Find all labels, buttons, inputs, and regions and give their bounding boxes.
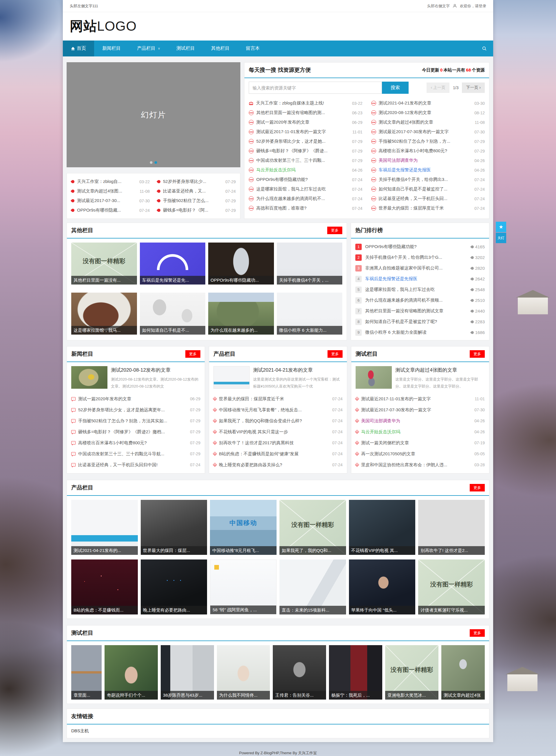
list-item[interactable]: ⋯比诺基亚还经典，又一手机巨头回归中国!07-24 [71,459,200,470]
list-item[interactable]: 比诺基亚还经典，又...07-24 [157,186,236,196]
list-item[interactable]: ⋯高楼喷出百米瀑布1小时电费800元?07-29 [71,437,200,448]
nav-item-other[interactable]: 其他栏目 [203,40,238,56]
article-thumbnail[interactable]: 38岁陈乔恩与43岁... [161,645,214,700]
slideshow-dot-active[interactable] [154,161,157,164]
list-item[interactable]: 晚上睡觉有必要把路由器关掉么?07-24 [213,459,343,470]
list-item[interactable]: new测试一篇2020年发布的文章06-29 [249,117,362,127]
list-item[interactable]: newOPPOr9s有哪些隐藏功能?07-24 [249,175,362,184]
list-item[interactable]: 测试文章内超过4张图...11-08 [71,186,150,196]
article-thumbnail[interactable]: 为什么我不同情佟... [217,645,270,700]
list-item[interactable]: 美国司法部调查华为04-26 [356,415,485,426]
list-item[interactable]: new关掉手机微信4个开关，给你腾出3...07-24 [371,175,485,184]
article-thumbnail[interactable]: 王传君：告别关谷... [273,645,326,700]
article-thumbnail[interactable]: 没有图一样精彩其他栏目里面一篇没有... [71,242,137,285]
list-item[interactable]: new测试最近2017-11-01发布的一篇文字11-01 [249,127,362,137]
more-button[interactable]: 更多 [327,227,342,234]
list-item[interactable]: ⋯测试一篇2020年发布的文章06-29 [71,393,200,404]
friend-link[interactable]: DBS主机 [71,728,89,733]
article-thumbnail[interactable]: 直击：未来的15项新科... [279,560,346,614]
article-thumbnail[interactable]: 晚上睡觉有必要把路由... [141,560,207,614]
login-link[interactable]: 欢迎你，请登录 [460,3,486,9]
more-button[interactable]: 更多 [470,350,485,358]
article-thumbnail[interactable]: 微信小程序 6 大新能力... [277,293,343,335]
site-logo[interactable]: 网站LOGO [70,17,137,35]
article-thumbnail[interactable]: 别再吹牛了! 这些才是2... [418,500,485,555]
article-thumbnail[interactable]: 中国移动推“8元月租飞... [210,500,277,555]
article-thumbnail[interactable]: 杨振宁：我死后，... [329,645,382,700]
rank-item[interactable]: 9微信小程序 6 大新能力全面解读1686 [355,327,485,338]
next-page-button[interactable]: 下一页 › [462,82,485,93]
featured-article[interactable]: 测试文章内超过4张图的文章 这里是文字部分。这里是文字部分。这里是文字部分。这里… [351,362,489,392]
list-item[interactable]: new如何知道自己手机是不是被监控了...07-24 [371,184,485,194]
list-item[interactable]: new比诺基亚还经典，又一手机巨头回...07-24 [371,194,485,203]
list-item[interactable]: 天兴工作室：zblog自媒体主题上线!03-22 [249,99,362,108]
rank-item[interactable]: 6为什么现在越来越多的滴滴司机不接顺...2510 [355,295,485,306]
article-thumbnail[interactable]: 这是哪家拉面馆，我马... [71,293,137,335]
list-item[interactable]: 天兴工作室：zblog自...03-22 [71,177,150,186]
rank-item[interactable]: 4车祸后是先报警还是先报医2642 [355,273,485,284]
nav-item-test[interactable]: 测试栏目 [168,40,203,56]
article-thumbnail[interactable]: 奇葩说辩手们个个... [105,645,158,700]
list-item[interactable]: new这是哪家拉面馆，我马上打车过去吃07-24 [249,184,362,194]
list-item[interactable]: new美国司法部调查华为04-26 [371,156,485,165]
more-button[interactable]: 更多 [470,484,485,491]
list-item[interactable]: ⋯52岁外婆身形堪比少女，这才是她远离更年...07-29 [71,404,200,415]
article-thumbnail[interactable]: 没有图一样精彩如果我死了，我的QQ和... [279,500,346,555]
list-item[interactable]: new其他栏目里面一篇没有缩略图的测...06-23 [249,108,362,117]
article-thumbnail[interactable]: 没有图一样精彩讨债者支帐篷盯守乐视... [418,560,485,614]
rank-item[interactable]: 7其他栏目里面一篇没有缩略图的测试文章2440 [355,306,485,316]
article-thumbnail[interactable]: 为什么现在越来越多的... [208,293,274,335]
featured-article[interactable]: 测试2021-04-21发布的文章 这里是测试文章的内容这里测试一个淘宝客框：测… [209,362,347,392]
article-thumbnail[interactable]: 关掉手机微信4个开关，... [277,242,343,285]
article-thumbnail[interactable]: 不花钱看VIP的电视 其... [349,500,416,555]
list-item[interactable]: 别再吹牛了！这些才是2017的真黑科技07-24 [213,437,343,448]
list-item[interactable]: new手指被502粘住了怎么办？别急，方...07-29 [371,137,485,146]
lights-off-button[interactable]: 关灯 [496,233,506,243]
rank-item[interactable]: 1OPPOr9s有哪些隐藏功能?4165 [355,241,485,252]
article-thumbnail[interactable]: OPPOr9s有哪些隐藏功... [208,242,274,285]
article-thumbnail[interactable]: 章里面... [71,645,102,700]
list-item[interactable]: OPPOr9s有哪些隐藏...07-24 [71,205,150,215]
article-thumbnail[interactable]: 测试文章内超过4张 [441,645,485,700]
article-thumbnail[interactable]: 没有图一样精彩亚洲电影大奖范冰... [385,645,439,700]
list-item[interactable]: B站的焦虑：不是赚钱而是如何“健康”发展07-24 [213,448,343,459]
list-item[interactable]: ⋯手指被502粘住了怎么办？别急，方法其实如...07-29 [71,415,200,426]
article-thumbnail[interactable]: 车祸后是先报警还是先... [140,242,206,285]
rank-item[interactable]: 8如何知道自己手机是不是被监控了呢?2283 [355,316,485,327]
list-item[interactable]: 里皮和中国足协拒绝出席发布会：伊朗人违...03-28 [356,459,485,470]
article-thumbnail[interactable]: B站的焦虑：不是赚钱而... [71,560,138,614]
article-thumbnail[interactable]: 世界最大的煤田：煤层... [141,500,207,555]
prev-page-button[interactable]: ‹ 上一页 [426,82,449,93]
more-button[interactable]: 更多 [470,629,485,637]
more-button[interactable]: 更多 [185,350,200,358]
list-item[interactable]: new砸钱多=电影好？《阿修罗》《爵迹...07-29 [249,146,362,156]
list-item[interactable]: new中国成功发射第三十三、三十四颗...07-29 [249,156,362,165]
featured-article[interactable]: 测试2020-08-12发布的文章 测试2020-08-12发布的文章。测试20… [67,362,205,392]
list-item[interactable]: new马云开始反击沃尔玛04-26 [249,165,362,175]
list-item[interactable]: new测试文章内超过4张图的文章11-08 [371,117,485,127]
nav-item-guestbook[interactable]: 留言本 [238,40,268,56]
list-item[interactable]: new高德和百度地图，谁靠谱?07-24 [249,203,362,213]
list-item[interactable]: 再一次测试20170505的文章05-05 [356,448,485,459]
article-thumbnail[interactable]: 苹果终于向中国 “低头... [349,560,416,614]
rank-item[interactable]: 2关掉手机微信4个开关，给你腾出3个G...3202 [355,252,485,263]
list-item[interactable]: 中国移动推“8元月租飞享套餐”，绝地反击...07-24 [213,404,343,415]
list-item[interactable]: new高楼喷出百米瀑布1小时电费800元?07-29 [371,146,485,156]
rank-item[interactable]: 5这是哪家拉面馆，我马上打车过去吃2548 [355,284,485,295]
list-item[interactable]: 世界最大的煤田：煤层厚度近千米07-24 [213,393,343,404]
article-thumbnail[interactable]: 测试2021-04-21发布的... [71,500,138,555]
more-button[interactable]: 更多 [327,350,343,358]
nav-item-home[interactable]: 首页 [63,40,94,56]
search-input[interactable] [249,82,382,94]
list-item[interactable]: 52岁外婆身形堪比少...07-29 [157,177,236,186]
list-item[interactable]: ⋯中国成功发射第三十三、三十四颗北斗导航...07-29 [71,448,200,459]
nav-search-button[interactable] [476,40,493,56]
list-item[interactable]: new测试2020-08-12发布的文章08-12 [371,108,485,117]
nav-item-news[interactable]: 新闻栏目 [94,40,129,56]
list-item[interactable]: ⋯砸钱多=电影好？《阿修罗》《爵迹2》撤档...07-29 [71,426,200,437]
favorite-button[interactable]: ★ [496,222,506,232]
list-item[interactable]: 不花钱看VIP的电视 其实只需这一步07-24 [213,426,343,437]
search-button[interactable]: 搜索 [382,82,409,94]
list-item[interactable]: new测试2021-04-21发布的文章03-30 [371,99,485,108]
slideshow-dot[interactable] [150,161,152,164]
